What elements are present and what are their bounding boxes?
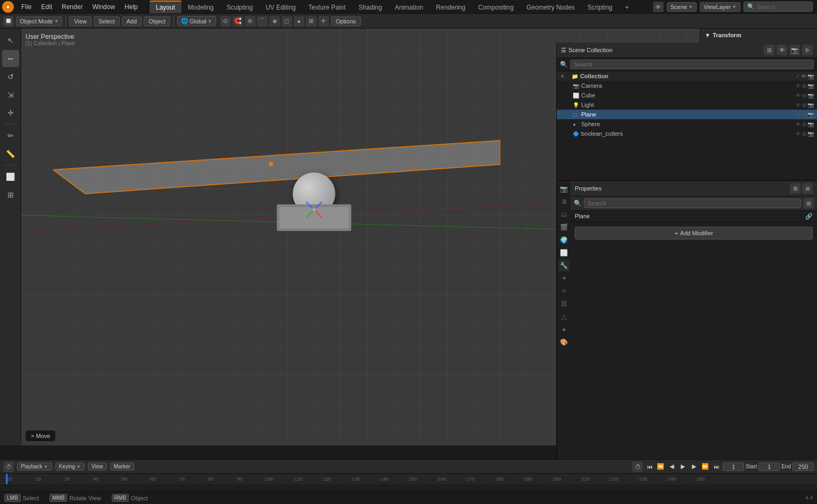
proportional-icon[interactable]: ⊚	[245, 16, 255, 27]
menu-render[interactable]: Render	[57, 2, 87, 12]
outliner-item-sphere[interactable]: ● Sphere 👁 ⊞ 📷	[557, 119, 817, 129]
plane-vis[interactable]: 👁	[796, 112, 801, 118]
outliner-collection-header[interactable]: ▼ 📁 Collection ✓ 👁 📷	[557, 71, 817, 81]
menu-edit[interactable]: Edit	[37, 2, 56, 12]
transform-header[interactable]: ▼ Transform	[705, 32, 813, 38]
plane-filter[interactable]: ⊞	[802, 112, 806, 118]
pivot-icon[interactable]: ⊙	[220, 16, 231, 27]
pi-object[interactable]: ⬜	[558, 247, 570, 259]
xray-icon[interactable]: ◻	[282, 16, 292, 27]
tl-jump-end[interactable]: ⏭	[712, 462, 721, 472]
mod-obj-link[interactable]: 🔗	[805, 213, 813, 220]
tl-view-dropdown[interactable]: View	[88, 462, 107, 470]
select-btn[interactable]: Select	[94, 16, 120, 26]
mod-icon-1[interactable]: ⊞	[790, 183, 801, 194]
pi-data[interactable]: △	[558, 311, 570, 323]
bool-cam[interactable]: 📷	[807, 131, 814, 137]
blender-logo[interactable]: ●	[2, 1, 14, 13]
outliner-item-cube[interactable]: ⬜ Cube 👁 ⊞ 📷	[557, 90, 817, 100]
cube-vis[interactable]: 👁	[796, 93, 801, 98]
collection-cam[interactable]: 📷	[807, 73, 814, 79]
outliner-vis-icon[interactable]: 👁	[777, 45, 787, 55]
transform2-icon[interactable]: ◈	[269, 16, 280, 27]
plane-cam[interactable]: 📷	[807, 112, 814, 118]
tl-clock-icon[interactable]: ⏱	[632, 461, 643, 472]
tool-move[interactable]: ↔	[2, 50, 19, 67]
pi-shading[interactable]: 🎨	[558, 336, 570, 348]
tl-step-back[interactable]: ◀	[667, 462, 676, 472]
tool-add-cube[interactable]: ⬜	[2, 168, 19, 185]
pi-scene[interactable]: 🎬	[558, 221, 570, 233]
pi-particles[interactable]: ✦	[558, 272, 570, 284]
falloff-icon[interactable]: ⌒	[257, 16, 268, 27]
cube-cam[interactable]: 📷	[807, 93, 814, 98]
mod-filter-icon[interactable]: ⊞	[803, 198, 814, 209]
pi-output[interactable]: 🖥	[558, 196, 570, 208]
pi-constraints[interactable]: ⛓	[558, 298, 570, 310]
outliner-funnel-icon[interactable]: ⫸	[802, 45, 813, 55]
pi-material[interactable]: ●	[558, 324, 570, 335]
tab-shading[interactable]: Shading	[352, 1, 389, 13]
collection-eye2[interactable]: 👁	[801, 73, 806, 79]
outliner-search-input[interactable]	[570, 60, 814, 69]
tab-texture-paint[interactable]: Texture Paint	[302, 1, 352, 13]
camera-vis[interactable]: 👁	[796, 83, 801, 89]
snap-icon[interactable]: 🧲	[233, 16, 243, 27]
tab-rendering[interactable]: Rendering	[430, 1, 472, 13]
tool-rotate[interactable]: ↺	[2, 68, 19, 85]
keying-dropdown[interactable]: Keying ▼	[55, 462, 85, 470]
outliner-filter-icon[interactable]: ⊞	[764, 45, 774, 55]
bool-filter[interactable]: ⊞	[802, 131, 806, 137]
sphere-filter[interactable]: ⊞	[802, 121, 806, 127]
gizmo-icon[interactable]: ✛	[318, 16, 329, 27]
timeline-ruler[interactable]: 10 20 30 40 50 60 70 80 90 100 110 120 1…	[0, 474, 817, 484]
current-frame-input[interactable]: 1	[723, 462, 744, 471]
add-btn[interactable]: Add	[122, 16, 142, 26]
camera-cam[interactable]: 📷	[807, 83, 814, 89]
menu-file[interactable]: File	[17, 2, 36, 12]
mod-icon-2[interactable]: ⊗	[802, 183, 813, 194]
pi-render[interactable]: 📷	[558, 183, 570, 195]
viewlayer-selector[interactable]: ViewLayer ▼	[700, 2, 740, 12]
tool-transform[interactable]: ✛	[2, 104, 19, 121]
tab-add[interactable]: +	[619, 1, 636, 13]
pi-world[interactable]: 🌍	[558, 234, 570, 246]
overlay-icon[interactable]: ⊞	[306, 16, 317, 27]
tab-animation[interactable]: Animation	[389, 1, 430, 13]
object-btn[interactable]: Object	[144, 16, 170, 26]
tab-compositing[interactable]: Compositing	[472, 1, 520, 13]
tab-layout[interactable]: Layout	[150, 1, 181, 13]
start-frame-input[interactable]: 1	[758, 462, 780, 471]
object-mode-dropdown[interactable]: Object Mode ▼	[16, 16, 62, 26]
light-cam[interactable]: 📷	[807, 102, 814, 108]
playback-dropdown[interactable]: Playback ▼	[17, 462, 52, 470]
tool-cursor[interactable]: ↖	[2, 32, 19, 49]
outliner-render-icon[interactable]: 📷	[789, 45, 800, 55]
transform-dropdown[interactable]: 🌐 Global ▼	[177, 16, 216, 26]
marker-dropdown[interactable]: Marker	[110, 462, 134, 470]
top-search-box[interactable]: 🔍 Search	[744, 2, 813, 12]
add-modifier-button[interactable]: + Add Modifier	[575, 227, 813, 239]
tl-step-forward[interactable]: ▶	[689, 462, 699, 472]
outliner-item-camera[interactable]: 📷 Camera 👁 ⊞ 📷	[557, 81, 817, 90]
tl-next-keyframe[interactable]: ⏩	[700, 462, 710, 472]
tab-scripting[interactable]: Scripting	[581, 1, 619, 13]
camera-filter[interactable]: ⊞	[802, 83, 806, 89]
tool-scale[interactable]: ⇲	[2, 86, 19, 103]
menu-help[interactable]: Help	[120, 2, 142, 12]
tab-uv-editing[interactable]: UV Editing	[259, 1, 302, 13]
tl-prev-keyframe[interactable]: ⏪	[656, 462, 665, 472]
tl-play[interactable]: ▶	[678, 462, 688, 472]
outliner-item-bool[interactable]: 🔷 boolean_cutters 👁 ⊞ 📷	[557, 129, 817, 138]
light-filter[interactable]: ⊞	[802, 102, 806, 108]
light-vis[interactable]: 👁	[796, 102, 801, 108]
menu-window[interactable]: Window	[88, 2, 119, 12]
view-btn[interactable]: View	[69, 16, 92, 26]
end-frame-input[interactable]: 250	[793, 462, 814, 471]
pi-physics[interactable]: ⚛	[558, 285, 570, 297]
cube-filter[interactable]: ⊞	[802, 93, 806, 98]
sphere-vis[interactable]: 👁	[796, 121, 801, 127]
tl-jump-start[interactable]: ⏮	[645, 462, 654, 472]
tool-annotate[interactable]: ✏	[2, 127, 19, 144]
options-btn[interactable]: Options	[331, 16, 361, 26]
